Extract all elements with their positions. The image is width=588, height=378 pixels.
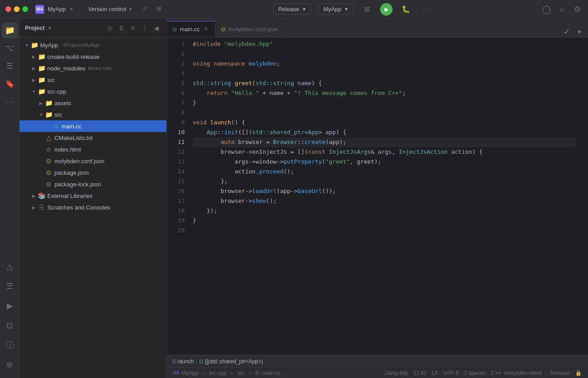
project-explorer-icon[interactable]: 📁: [2, 22, 18, 38]
code-line-17: browser->show();: [193, 196, 576, 206]
sidebar-dropdown-icon[interactable]: ▼: [47, 25, 52, 31]
bookmarks-icon[interactable]: 🔖: [2, 76, 18, 92]
sidebar-settings-button[interactable]: ⋮: [140, 23, 149, 33]
resize-icon[interactable]: ⤢: [140, 3, 150, 14]
code-content[interactable]: #include "molybden.hpp" using namespace …: [189, 37, 576, 355]
close-window-button[interactable]: [5, 6, 11, 12]
line-num-5: 5: [181, 78, 185, 88]
structure-icon[interactable]: ☰: [2, 58, 18, 74]
maximize-window-button[interactable]: [22, 6, 28, 12]
more-button[interactable]: ⋯: [419, 3, 432, 16]
status-src[interactable]: src: [235, 370, 247, 376]
node-modules-item[interactable]: ▶ 📁 node_modules library root: [20, 62, 166, 74]
format-icon[interactable]: ⊠: [360, 3, 373, 16]
title-bar-right: ◯ ⌕ ⚙: [540, 3, 583, 16]
tab-molybden-conf[interactable]: ⊙ molybden.conf.json: [215, 21, 284, 37]
debug-button[interactable]: 🐛: [400, 3, 412, 16]
settings-icon[interactable]: ⚙: [572, 3, 583, 16]
molybden-conf-item[interactable]: ▶ ⊙ molybden.conf.json: [20, 155, 166, 167]
locate-file-button[interactable]: ◎: [105, 23, 115, 33]
sidebar-hide-button[interactable]: ◀: [151, 23, 161, 33]
node-modules-toggle: ▶: [30, 65, 37, 72]
main-cc-icon: ⊙: [52, 122, 60, 130]
package-json-item[interactable]: ▶ ⊙ package.json: [20, 167, 166, 178]
tab-main-cc-icon: ⊙: [172, 26, 177, 33]
status-indent[interactable]: 2 spaces: [461, 370, 488, 376]
line-num-7: 7: [181, 98, 185, 108]
cmake-build-item[interactable]: ▶ 📁 cmake-build-release: [20, 51, 166, 62]
expand-icon[interactable]: ⊞: [154, 3, 165, 14]
notifications-icon[interactable]: ⓘ: [2, 337, 18, 353]
run-config-selector[interactable]: Release ▼: [273, 4, 311, 15]
editor-area: ⊙ main.cc ✕ ⊙ molybden.conf.json ✓ ✦ 1 2…: [167, 19, 588, 378]
package-lock-icon: ⊙: [45, 180, 53, 188]
line-num-4: 4: [181, 69, 185, 78]
cmake-lists-item[interactable]: ▶ △ CMakeLists.txt: [20, 132, 166, 144]
run-button[interactable]: ▶: [380, 3, 393, 16]
code-line-7: }: [193, 98, 576, 108]
git-icon[interactable]: ⊛: [2, 357, 18, 373]
breadcrumb-sep-1: ›: [195, 358, 197, 365]
src-item[interactable]: ▶ 📁 src: [20, 74, 166, 86]
run-icon[interactable]: ▶: [2, 298, 18, 314]
version-control-menu[interactable]: Version control ▼: [84, 4, 136, 14]
scratches-item[interactable]: ▶ ☰ Scratches and Consoles: [20, 201, 166, 213]
app-config-selector[interactable]: MyApp ▼: [319, 4, 353, 15]
index-html-label: index.html: [54, 146, 81, 153]
line-num-18: 18: [178, 206, 185, 216]
status-encoding[interactable]: UTF-8: [441, 370, 461, 376]
close-sidebar-button[interactable]: ✕: [128, 23, 138, 33]
line-num-19: 19: [178, 216, 185, 226]
main-cc-item[interactable]: ▶ ⊙ main.cc: [20, 120, 166, 132]
status-line-col[interactable]: 11:41: [410, 370, 429, 376]
line-num-8: 8: [181, 108, 185, 118]
node-modules-folder-icon: 📁: [37, 64, 46, 72]
tab-main-cc-label: main.cc: [180, 26, 200, 33]
root-folder-icon: 📁: [30, 41, 38, 49]
account-icon[interactable]: ◯: [540, 3, 553, 16]
status-tidy[interactable]: .clang-tidy: [381, 370, 411, 376]
status-file[interactable]: ⊙ main.cc: [253, 370, 283, 376]
more-tools-icon[interactable]: ⋯: [2, 94, 18, 110]
src-nested-item[interactable]: ▼ 📁 src: [20, 109, 166, 120]
tab-main-cc[interactable]: ⊙ main.cc ✕: [167, 21, 215, 37]
code-line-16: browser->loadUrl(app->baseUrl());: [193, 186, 576, 196]
status-bar-right: .clang-tidy 11:41 LF UTF-8 2 spaces C++:…: [381, 370, 584, 376]
line-num-20: 20: [178, 226, 185, 235]
problems-icon[interactable]: △: [2, 259, 18, 275]
code-line-19: }: [193, 216, 576, 226]
code-line-6: return "Hello " + name + "! This message…: [193, 88, 576, 98]
tab-main-cc-close[interactable]: ✕: [203, 26, 210, 33]
assets-item[interactable]: ▶ 📁 assets: [20, 97, 166, 109]
status-myapp[interactable]: MA MyApp: [170, 370, 201, 376]
status-sep-lang: |: [545, 370, 547, 376]
code-line-1: #include "molybden.hpp": [193, 39, 576, 49]
activity-bar: 📁 ⌥ ☰ 🔖 ⋯ △ ☰ ▶ ⊡ ⓘ ⊛: [0, 19, 20, 378]
external-libs-icon: 📚: [37, 192, 46, 200]
search-icon[interactable]: ⌕: [558, 3, 567, 16]
vcs-icon[interactable]: ⌥: [2, 40, 18, 56]
status-lf[interactable]: LF: [429, 370, 441, 376]
project-root-item[interactable]: ▼ 📁 MyApp ~/Projects/MyApp: [20, 39, 166, 51]
cmake-build-folder-icon: 📁: [37, 53, 46, 61]
todo-icon[interactable]: ☰: [2, 278, 18, 294]
root-label: MyApp: [40, 42, 58, 49]
code-line-18: });: [193, 206, 576, 216]
minimize-window-button[interactable]: [14, 6, 20, 12]
status-lock-icon[interactable]: 🔒: [572, 370, 584, 376]
status-language[interactable]: C++: molybden-client: [488, 370, 544, 376]
external-libs-item[interactable]: ▶ 📚 External Libraries: [20, 190, 166, 201]
collapse-all-button[interactable]: ⇅: [116, 23, 126, 33]
status-src-cpp[interactable]: src-cpp: [206, 370, 229, 376]
line-num-3: 3: [181, 59, 185, 69]
tab-settings-icon[interactable]: ✦: [574, 26, 584, 37]
breadcrumb-lambda[interactable]: [](std::shared_ptr<App>): [205, 358, 263, 365]
status-release[interactable]: Release: [547, 370, 572, 376]
package-lock-item[interactable]: ▶ ⊙ package-lock.json: [20, 178, 166, 190]
package-json-icon: ⊙: [45, 168, 53, 177]
assets-folder-icon: 📁: [45, 99, 53, 107]
src-cpp-item[interactable]: ▼ 📁 src-cpp: [20, 86, 166, 97]
breadcrumb-launch[interactable]: launch: [178, 358, 194, 365]
terminal-icon[interactable]: ⊡: [2, 317, 18, 333]
index-html-item[interactable]: ▶ ⊘ index.html: [20, 144, 166, 155]
